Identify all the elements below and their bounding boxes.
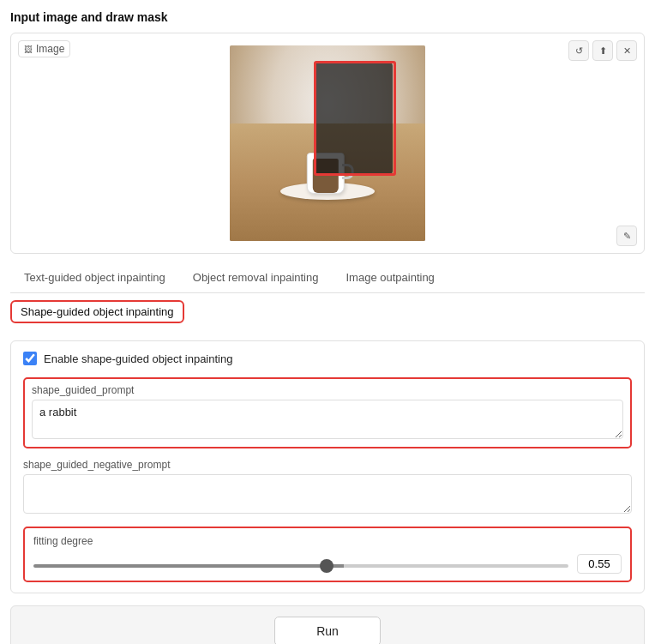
tabs-container: Text-guided object inpainting Object rem… <box>10 264 645 332</box>
prompt-label: shape_guided_prompt <box>32 384 623 396</box>
image-label: 🖼 Image <box>18 40 70 57</box>
image-toolbar: ↺ ⬆ ✕ <box>568 40 637 61</box>
prompt-textarea[interactable] <box>32 400 623 439</box>
enable-row: Enable shape-guided object inpainting <box>23 352 632 365</box>
enable-checkbox[interactable] <box>23 352 37 365</box>
run-section: Run <box>10 605 645 644</box>
fitting-slider[interactable] <box>33 564 568 568</box>
image-icon: 🖼 <box>24 45 33 54</box>
negative-prompt-label: shape_guided_negative_prompt <box>23 459 632 471</box>
fitting-group: fitting degree <box>23 527 632 582</box>
tab-image-outpainting[interactable]: Image outpainting <box>332 264 448 292</box>
reset-button[interactable]: ↺ <box>568 40 589 61</box>
negative-prompt-textarea[interactable] <box>23 474 632 514</box>
negative-prompt-group: shape_guided_negative_prompt <box>23 459 632 516</box>
fitting-label: fitting degree <box>33 535 622 547</box>
edit-icon-button[interactable]: ✎ <box>616 226 637 246</box>
settings-panel: Enable shape-guided object inpainting sh… <box>10 340 645 593</box>
tab-text-guided[interactable]: Text-guided object inpainting <box>10 264 179 292</box>
fitting-row <box>33 554 622 574</box>
prompt-group: shape_guided_prompt <box>23 377 632 448</box>
coffee-image <box>230 45 425 241</box>
close-button[interactable]: ✕ <box>616 40 637 61</box>
active-tab-pill[interactable]: Shape-guided object inpainting <box>10 300 184 323</box>
upload-button[interactable]: ⬆ <box>592 40 613 61</box>
enable-label: Enable shape-guided object inpainting <box>44 352 232 365</box>
tabs-row: Text-guided object inpainting Object rem… <box>10 264 645 293</box>
image-label-text: Image <box>36 43 64 55</box>
image-area <box>18 40 637 246</box>
fitting-value-input[interactable] <box>577 554 622 574</box>
image-panel: 🖼 Image ↺ ⬆ ✕ <box>10 33 645 254</box>
tab-object-removal[interactable]: Object removal inpainting <box>179 264 333 292</box>
slider-wrapper <box>33 557 568 570</box>
run-button[interactable]: Run <box>274 617 381 644</box>
image-wrapper <box>230 45 425 241</box>
page-title: Input image and draw mask <box>10 10 645 24</box>
mask-border <box>314 61 396 176</box>
